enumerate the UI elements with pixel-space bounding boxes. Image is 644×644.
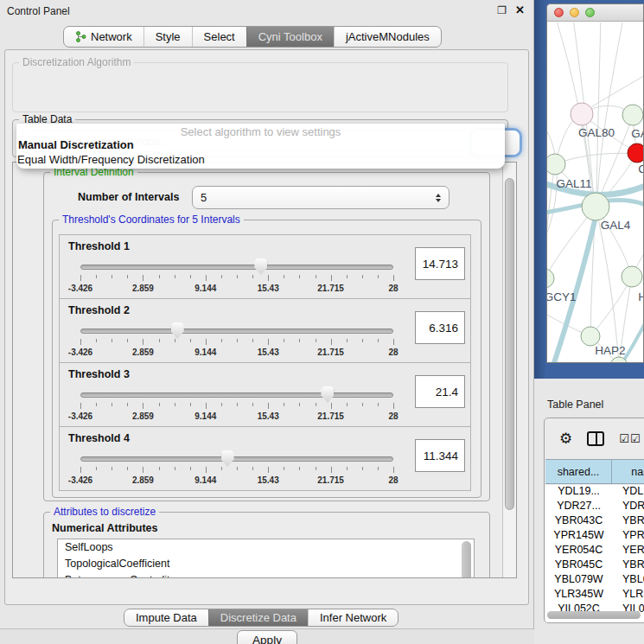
tick-mark bbox=[237, 467, 238, 470]
slider-thumb-icon[interactable] bbox=[221, 450, 234, 467]
network-node-red[interactable] bbox=[628, 143, 644, 163]
slider-thumb-icon[interactable] bbox=[321, 386, 334, 403]
threshold-slider: -3.4262.8599.14415.4321.71528 bbox=[80, 454, 393, 488]
tick-mark bbox=[316, 339, 316, 342]
tick-mark bbox=[284, 467, 284, 470]
tab-cyni-toolbox[interactable]: Cyni Toolbox bbox=[246, 27, 334, 47]
network-node-green[interactable] bbox=[547, 154, 565, 175]
attribute-item[interactable]: BetweennessCentrality bbox=[58, 572, 474, 578]
tick-label: -3.426 bbox=[68, 475, 92, 485]
cell-shared-name[interactable]: YBR045C bbox=[545, 558, 612, 573]
settings-vertical-scrollbar-track[interactable] bbox=[502, 163, 516, 577]
slider-thumb-icon[interactable] bbox=[254, 258, 267, 275]
table-row[interactable]: YLR345WYLR3 bbox=[545, 588, 644, 603]
table-row[interactable]: YDR27...YDR2 bbox=[545, 500, 644, 514]
tick-mark bbox=[206, 467, 207, 473]
threshold-value-field[interactable]: 14.713 bbox=[415, 247, 465, 280]
tab-jactivemnodules-label: jActiveMNodules bbox=[346, 30, 430, 43]
settings-vertical-scrollbar-thumb[interactable] bbox=[505, 178, 514, 510]
dropdown-hint-item[interactable]: Select algorithm to view settings bbox=[16, 124, 505, 137]
tick-mark bbox=[316, 275, 316, 278]
tick-label: 21.715 bbox=[317, 411, 344, 421]
table-row[interactable]: YBR045CYBR0 bbox=[545, 558, 644, 573]
close-window-icon[interactable]: ✕ bbox=[515, 3, 525, 16]
cell-shared-name[interactable]: YLR345W bbox=[545, 588, 612, 603]
tick-mark bbox=[175, 339, 175, 342]
network-window-titlebar[interactable] bbox=[547, 4, 643, 22]
tab-impute-data[interactable]: Impute Data bbox=[124, 609, 208, 626]
cell-name[interactable]: YBR0 bbox=[612, 558, 644, 573]
tick-label: 21.715 bbox=[317, 475, 344, 485]
network-edge bbox=[590, 277, 632, 336]
network-edge bbox=[555, 153, 637, 164]
network-node-green[interactable] bbox=[547, 269, 554, 288]
network-node-green[interactable] bbox=[582, 193, 609, 220]
table-horizontal-scrollbar[interactable] bbox=[547, 611, 641, 619]
network-node-green[interactable] bbox=[622, 105, 643, 125]
cell-shared-name[interactable]: YDR27... bbox=[545, 500, 612, 514]
threshold-value-field[interactable]: 21.4 bbox=[415, 375, 465, 408]
tab-style-label: Style bbox=[156, 30, 181, 43]
slider-track[interactable] bbox=[80, 328, 393, 334]
network-node-green[interactable] bbox=[581, 327, 600, 346]
mac-close-icon[interactable] bbox=[554, 8, 564, 17]
mac-minimize-icon[interactable] bbox=[570, 8, 579, 17]
number-of-intervals-combobox[interactable]: 5 bbox=[192, 186, 450, 209]
tab-infer-network[interactable]: Infer Network bbox=[308, 609, 398, 626]
tick-mark bbox=[378, 339, 379, 342]
slider-track[interactable] bbox=[80, 265, 393, 270]
tab-style[interactable]: Style bbox=[143, 27, 192, 47]
apply-button[interactable]: Apply bbox=[237, 630, 297, 644]
table-row[interactable]: YER054CYER0 bbox=[545, 544, 644, 558]
cell-shared-name[interactable]: YDL19... bbox=[545, 485, 612, 500]
cell-shared-name[interactable]: YBR043C bbox=[545, 514, 612, 529]
control-panel-title: Control Panel bbox=[7, 5, 70, 17]
tab-discretize-data[interactable]: Discretize Data bbox=[208, 609, 308, 626]
cell-shared-name[interactable]: YPR145W bbox=[545, 529, 612, 544]
network-node-green[interactable] bbox=[622, 266, 642, 287]
column-header-shared-name[interactable]: shared... bbox=[545, 460, 612, 483]
cell-name[interactable]: YLR3 bbox=[612, 588, 644, 603]
attribute-item[interactable]: SelfLoops bbox=[58, 539, 474, 556]
threshold-value-field[interactable]: 11.344 bbox=[415, 439, 465, 472]
columns-icon[interactable] bbox=[587, 431, 604, 446]
numerical-attributes-list: SelfLoopsTopologicalCoefficientBetweenne… bbox=[57, 539, 475, 578]
cell-name[interactable]: YDR2 bbox=[612, 500, 644, 514]
cell-name[interactable]: YBL0 bbox=[612, 573, 644, 588]
float-window-icon[interactable]: ❐ bbox=[497, 4, 507, 16]
cell-name[interactable]: YPR1 bbox=[612, 529, 644, 544]
dropdown-option-equal-width[interactable]: Equal Width/Frequency Discretization bbox=[16, 153, 505, 166]
cell-name[interactable]: YDL1 bbox=[612, 485, 644, 500]
slider-track[interactable] bbox=[80, 392, 393, 398]
cell-name[interactable]: YBR0 bbox=[612, 514, 644, 529]
mac-zoom-icon[interactable] bbox=[585, 8, 595, 17]
attributes-list-scrollbar[interactable] bbox=[462, 541, 471, 578]
tick-label: 28 bbox=[388, 348, 398, 357]
tick-label: 15.43 bbox=[258, 348, 279, 357]
table-row[interactable]: YDL19...YDL1 bbox=[545, 485, 644, 500]
tab-jactivemnodules[interactable]: jActiveMNodules bbox=[334, 27, 441, 47]
tick-mark bbox=[378, 467, 379, 470]
slider-thumb-icon[interactable] bbox=[171, 322, 184, 339]
table-row[interactable]: YBL079WYBL0 bbox=[545, 573, 644, 588]
select-all-checkboxes-icon[interactable]: ☑☑ bbox=[619, 432, 641, 445]
slider-track[interactable] bbox=[80, 456, 393, 462]
threshold-value-field[interactable]: 6.316 bbox=[415, 311, 465, 344]
cell-name[interactable]: YER0 bbox=[612, 544, 644, 558]
tick-mark bbox=[190, 339, 191, 342]
cell-shared-name[interactable]: YER054C bbox=[545, 544, 612, 558]
table-row[interactable]: YBR043CYBR0 bbox=[545, 514, 644, 529]
cell-shared-name[interactable]: YBL079W bbox=[545, 573, 612, 588]
settings-scrollpane: Interval Definition Number of Intervals … bbox=[12, 162, 517, 578]
column-header-name[interactable]: name bbox=[612, 460, 644, 483]
network-canvas[interactable]: GAL80GAGAL11CGAL4GCY1HHAP2 bbox=[547, 22, 644, 363]
tick-mark bbox=[393, 403, 394, 409]
network-node-pink[interactable] bbox=[571, 103, 593, 125]
tab-network[interactable]: Network bbox=[64, 27, 143, 47]
tab-select[interactable]: Select bbox=[192, 27, 246, 47]
table-row[interactable]: YPR145WYPR1 bbox=[545, 529, 644, 544]
gear-icon[interactable]: ⚙ bbox=[559, 431, 572, 446]
dropdown-option-manual[interactable]: Manual Discretization bbox=[16, 138, 505, 151]
tick-mark bbox=[112, 339, 112, 342]
attribute-item[interactable]: TopologicalCoefficient bbox=[58, 556, 474, 572]
